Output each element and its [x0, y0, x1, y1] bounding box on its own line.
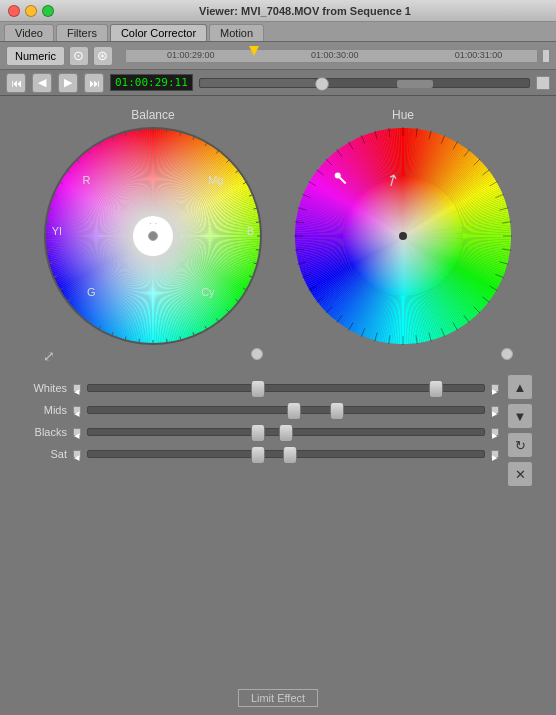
bottom-section: Limit Effect — [10, 689, 546, 707]
blacks-track[interactable] — [87, 428, 485, 436]
side-btn-1[interactable]: ▲ — [507, 374, 533, 400]
side-btn-3[interactable]: ↻ — [507, 432, 533, 458]
side-btn-4[interactable]: ✕ — [507, 461, 533, 487]
close-button[interactable] — [8, 5, 20, 17]
sat-label: Sat — [23, 448, 67, 460]
scrubber-range — [397, 80, 433, 88]
whites-label: Whites — [23, 382, 67, 394]
mids-thumb1[interactable] — [287, 402, 301, 420]
tc-3: 01:00:31:00 — [455, 50, 503, 60]
timeline-end-btn[interactable] — [542, 49, 550, 63]
whites-track[interactable] — [87, 384, 485, 392]
blacks-thumb2[interactable] — [279, 424, 293, 442]
maximize-button[interactable] — [42, 5, 54, 17]
sat-right-btn[interactable]: ▸ — [491, 450, 499, 458]
balance-center-dot[interactable] — [148, 231, 158, 241]
play-rev-icon[interactable]: ◀ — [32, 73, 52, 93]
hue-spacer — [293, 348, 307, 362]
eye-icon[interactable]: ⊙ — [69, 46, 89, 66]
playhead-marker — [249, 46, 259, 56]
slider-row-mids: Mids ◂ ▸ — [23, 400, 501, 420]
whites-left-btn[interactable]: ◂ — [73, 384, 81, 392]
tab-motion[interactable]: Motion — [209, 24, 264, 41]
numeric-button[interactable]: Numeric — [6, 46, 65, 66]
mids-right-btn[interactable]: ▸ — [491, 406, 499, 414]
tc-1: 01:00:29:00 — [167, 50, 215, 60]
transport-bar: ⏮ ◀ ▶ ⏭ 01:00:29:11 — [0, 70, 556, 96]
current-timecode: 01:00:29:11 — [110, 74, 193, 91]
balance-bottom-icons: ⤢ — [43, 348, 263, 364]
slider-row-whites: Whites ◂ ▸ — [23, 378, 501, 398]
blacks-label: Blacks — [23, 426, 67, 438]
balance-label-cy: Cy — [201, 286, 214, 298]
balance-expand-icon[interactable]: ⤢ — [43, 348, 55, 364]
sat-thumb1[interactable] — [251, 446, 265, 464]
scrubber-thumb[interactable] — [315, 77, 329, 91]
balance-wheel-container: Balance R Mg Yl B G Cy · · ⤢ — [43, 108, 263, 364]
controls-bar: Numeric ⊙ ⊛ 01:00:29:00 01:00:30:00 01:0… — [0, 42, 556, 70]
tab-filters[interactable]: Filters — [56, 24, 108, 41]
tab-color-corrector[interactable]: Color Corrector — [110, 24, 207, 41]
window-title: Viewer: MVI_7048.MOV from Sequence 1 — [62, 5, 548, 17]
side-btn-2[interactable]: ▼ — [507, 403, 533, 429]
next-frame-icon[interactable]: ⏭ — [84, 73, 104, 93]
sliders-list: Whites ◂ ▸ Mids ◂ ▸ Blacks — [23, 374, 501, 470]
whites-right-btn[interactable]: ▸ — [491, 384, 499, 392]
limit-effect-label: Limit Effect — [238, 689, 318, 707]
hue-label: Hue — [392, 108, 414, 122]
wheels-row: Balance R Mg Yl B G Cy · · ⤢ — [43, 108, 513, 364]
blacks-thumb1[interactable] — [251, 424, 265, 442]
mids-left-btn[interactable]: ◂ — [73, 406, 81, 414]
slider-row-blacks: Blacks ◂ ▸ — [23, 422, 501, 442]
mids-label: Mids — [23, 404, 67, 416]
mids-track[interactable] — [87, 406, 485, 414]
balance-label-yl: Yl — [52, 225, 62, 237]
balance-label-g: G — [87, 286, 96, 298]
mids-thumb2[interactable] — [330, 402, 344, 420]
balance-label: Balance — [131, 108, 174, 122]
title-bar: Viewer: MVI_7048.MOV from Sequence 1 — [0, 0, 556, 22]
balance-dot-indicator — [251, 348, 263, 360]
minimize-button[interactable] — [25, 5, 37, 17]
prev-frame-icon[interactable]: ⏮ — [6, 73, 26, 93]
blacks-left-btn[interactable]: ◂ — [73, 428, 81, 436]
hue-dot-indicator — [501, 348, 513, 360]
scrubber-bar[interactable] — [199, 78, 530, 88]
balance-label-r: R — [83, 174, 91, 186]
hue-wheel-canvas[interactable] — [293, 126, 513, 346]
slider-row-sat: Sat ◂ ▸ — [23, 444, 501, 464]
sat-track[interactable] — [87, 450, 485, 458]
blacks-right-btn[interactable]: ▸ — [491, 428, 499, 436]
main-content: Balance R Mg Yl B G Cy · · ⤢ — [0, 96, 556, 715]
tab-video[interactable]: Video — [4, 24, 54, 41]
side-buttons-column: ▲ ▼ ↻ ✕ — [507, 374, 533, 487]
scope-icon[interactable]: ⊛ — [93, 46, 113, 66]
hue-wheel-wrapper: ↗ — [293, 126, 513, 346]
timeline-ruler[interactable]: 01:00:29:00 01:00:30:00 01:00:31:00 — [125, 49, 538, 63]
whites-thumb2[interactable] — [429, 380, 443, 398]
balance-label-b: B — [247, 225, 254, 237]
sliders-section: Whites ◂ ▸ Mids ◂ ▸ Blacks — [23, 374, 533, 487]
hue-bottom-icons — [293, 348, 513, 362]
play-icon[interactable]: ▶ — [58, 73, 78, 93]
sat-thumb2[interactable] — [283, 446, 297, 464]
scroll-right-btn[interactable] — [536, 76, 550, 90]
traffic-lights — [8, 5, 54, 17]
balance-label-mg: Mg — [208, 174, 223, 186]
sat-left-btn[interactable]: ◂ — [73, 450, 81, 458]
scrubber-fill — [200, 79, 315, 87]
tabs-bar: Video Filters Color Corrector Motion — [0, 22, 556, 42]
hue-wheel-container: Hue ↗ — [293, 108, 513, 362]
balance-wheel-wrapper: R Mg Yl B G Cy · · — [43, 126, 263, 346]
whites-thumb1[interactable] — [251, 380, 265, 398]
tc-2: 01:00:30:00 — [311, 50, 359, 60]
